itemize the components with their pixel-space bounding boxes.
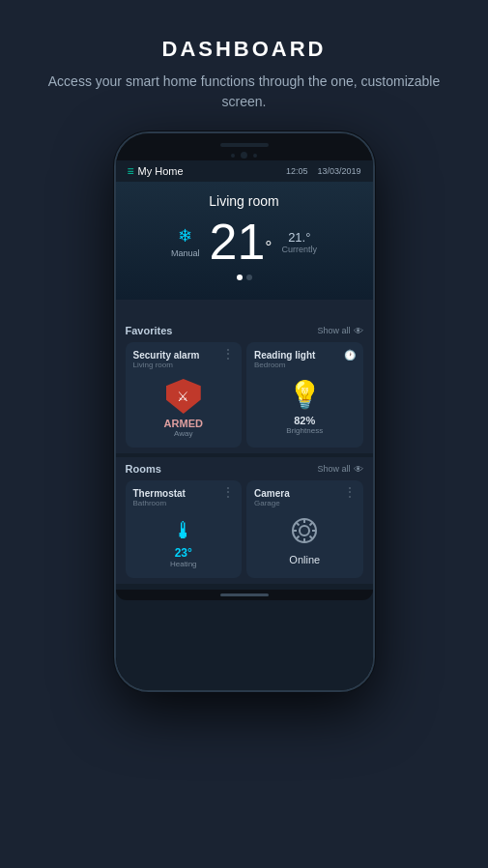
weather-mode-label: Manual bbox=[171, 248, 200, 258]
snowflake-icon: ❄ bbox=[178, 225, 192, 246]
phone-notch bbox=[116, 133, 373, 160]
favorites-title: Favorites bbox=[126, 325, 173, 336]
favorites-showall[interactable]: Show all 👁 bbox=[317, 326, 362, 336]
alarm-status: ARMED bbox=[164, 418, 203, 429]
alarm-card-subtitle: Living room bbox=[133, 361, 223, 369]
rooms-eye-icon: 👁 bbox=[354, 464, 363, 475]
camera-online-status: Online bbox=[289, 554, 320, 565]
eye-icon: 👁 bbox=[354, 326, 363, 336]
weather-degree-symbol: ° bbox=[265, 238, 272, 257]
camera-card-subtitle: Garage bbox=[254, 499, 344, 507]
weather-current-label: Currently bbox=[282, 245, 318, 254]
weather-room-label: Living room bbox=[131, 193, 358, 209]
weather-temp-value: 21 bbox=[209, 214, 265, 270]
svg-line-6 bbox=[297, 523, 300, 526]
weather-left-panel: ❄ Manual bbox=[171, 225, 200, 258]
alarm-status-sub: Away bbox=[174, 429, 192, 438]
thermo-card-menu-icon[interactable]: ⋮ bbox=[222, 488, 234, 498]
svg-line-9 bbox=[297, 536, 300, 539]
bulb-icon: 💡 bbox=[288, 379, 322, 411]
dot-active bbox=[237, 275, 243, 280]
thermometer-icon: 🌡 bbox=[172, 517, 195, 544]
thermostat-card[interactable]: Thermostat Bathroom ⋮ 🌡 23° Heating bbox=[126, 480, 243, 578]
status-bar-left: ≡ My Home bbox=[128, 164, 184, 178]
weather-dots bbox=[131, 275, 358, 280]
app-name-label: My Home bbox=[138, 165, 184, 177]
thermo-temp-sub: Heating bbox=[170, 560, 197, 568]
favorites-showall-label: Show all bbox=[317, 326, 350, 335]
shield-icon: ⚔ bbox=[166, 379, 201, 414]
alarm-card-title: Security alarm bbox=[133, 350, 223, 361]
light-card-subtitle: Bedroom bbox=[254, 361, 344, 369]
weather-current-temp: 21.° bbox=[288, 230, 310, 245]
phone-sensor bbox=[231, 154, 235, 158]
home-bar bbox=[220, 593, 269, 596]
rooms-cards-grid: Thermostat Bathroom ⋮ 🌡 23° Heating bbox=[126, 480, 363, 578]
light-brightness: 82% bbox=[294, 415, 315, 426]
light-brightness-sub: Brightness bbox=[286, 426, 323, 435]
favorites-section: Favorites Show all 👁 Security alarm Livi… bbox=[116, 319, 373, 453]
rooms-showall-label: Show all bbox=[317, 464, 350, 474]
page-subtitle: Access your smart home functions through… bbox=[0, 72, 488, 112]
weather-temp-display: 21° bbox=[209, 217, 272, 267]
phone-camera bbox=[241, 152, 247, 159]
rooms-title: Rooms bbox=[126, 463, 161, 475]
svg-line-7 bbox=[310, 536, 313, 539]
dot-inactive bbox=[246, 275, 252, 280]
status-date: 13/03/2019 bbox=[317, 166, 360, 176]
light-card-title: Reading light bbox=[254, 350, 344, 361]
rooms-header: Rooms Show all 👁 bbox=[126, 463, 363, 475]
phone-speaker bbox=[220, 143, 269, 147]
camera-card-title: Camera bbox=[254, 488, 344, 499]
svg-point-1 bbox=[300, 526, 309, 535]
alarm-card-menu-icon[interactable]: ⋮ bbox=[222, 350, 234, 360]
thermo-temp: 23° bbox=[175, 546, 192, 560]
phone-screen: ≡ My Home 12:05 13/03/2019 Living room ❄… bbox=[116, 160, 373, 690]
status-time: 12:05 bbox=[286, 166, 308, 176]
status-bar-right: 12:05 13/03/2019 bbox=[286, 166, 361, 176]
weather-widget[interactable]: Living room ❄ Manual 21° 21.° Currently bbox=[116, 182, 373, 300]
home-indicator bbox=[116, 590, 373, 600]
reading-light-card[interactable]: Reading light Bedroom ⋮ 🕐 💡 82% Brightne… bbox=[246, 342, 363, 448]
favorites-cards-grid: Security alarm Living room ⋮ ⚔ AR bbox=[126, 342, 363, 448]
weather-right-panel: 21.° Currently bbox=[282, 230, 318, 254]
thermo-card-title: Thermostat bbox=[133, 488, 223, 499]
rooms-section: Rooms Show all 👁 Thermostat Bathroom bbox=[116, 457, 373, 584]
camera-card[interactable]: Camera Garage ⋮ bbox=[246, 480, 363, 578]
wave-separator bbox=[116, 300, 373, 319]
status-bar: ≡ My Home 12:05 13/03/2019 bbox=[116, 160, 373, 182]
favorites-header: Favorites Show all 👁 bbox=[126, 325, 363, 336]
rooms-showall[interactable]: Show all 👁 bbox=[317, 464, 362, 475]
phone-wrapper: ≡ My Home 12:05 13/03/2019 Living room ❄… bbox=[114, 131, 375, 692]
svg-line-8 bbox=[310, 523, 313, 526]
thermo-card-subtitle: Bathroom bbox=[133, 499, 223, 507]
camera-icon bbox=[291, 517, 318, 550]
phone-frame: ≡ My Home 12:05 13/03/2019 Living room ❄… bbox=[114, 131, 375, 692]
security-alarm-card[interactable]: Security alarm Living room ⋮ ⚔ AR bbox=[126, 342, 243, 448]
camera-card-menu-icon[interactable]: ⋮ bbox=[344, 488, 356, 498]
clock-icon: 🕐 bbox=[344, 350, 356, 361]
app-logo-icon: ≡ bbox=[128, 164, 134, 178]
page-title: DASHBOARD bbox=[162, 37, 327, 62]
phone-sensor-2 bbox=[253, 154, 257, 158]
